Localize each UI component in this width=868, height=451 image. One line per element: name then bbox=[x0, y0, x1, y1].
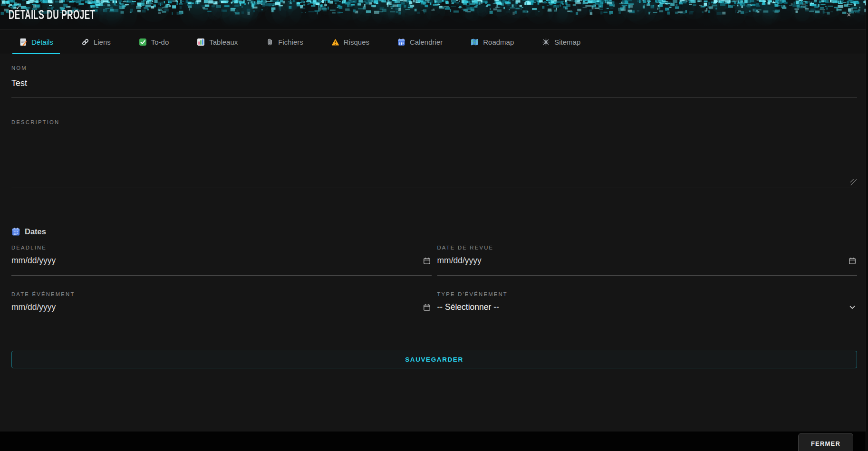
close-icon[interactable]: × bbox=[847, 11, 851, 18]
tab-fichiers[interactable]: Fichiers bbox=[263, 30, 306, 54]
tab-label: Sitemap bbox=[554, 38, 580, 46]
tab-label: Risques bbox=[344, 38, 369, 46]
tab-label: Tableaux bbox=[209, 38, 238, 46]
nom-field-group: NOM bbox=[11, 65, 857, 97]
page-title: DÉTAILS DU PROJET bbox=[9, 7, 95, 22]
web-icon bbox=[542, 38, 550, 46]
date-revue-input[interactable] bbox=[437, 256, 858, 276]
save-button[interactable]: SAUVEGARDER bbox=[11, 351, 857, 368]
tab-label: Détails bbox=[31, 38, 53, 46]
date-revue-label: DATE DE REVUE bbox=[437, 245, 858, 251]
tab-label: Roadmap bbox=[483, 38, 514, 46]
tab-calendrier[interactable]: Calendrier bbox=[395, 30, 445, 54]
calendar-icon bbox=[11, 227, 20, 236]
description-field-group: DESCRIPTION bbox=[11, 119, 857, 188]
map-icon bbox=[471, 38, 479, 46]
check-icon bbox=[139, 38, 147, 46]
type-evenement-label: TYPE D'ÉVÉNEMENT bbox=[437, 291, 858, 297]
memo-icon bbox=[19, 38, 27, 46]
date-evenement-field-group: DATE ÉVÉNEMENT bbox=[11, 291, 432, 322]
tab-tableaux[interactable]: Tableaux bbox=[194, 30, 241, 54]
tab-label: Calendrier bbox=[410, 38, 443, 46]
tab-todo[interactable]: To-do bbox=[136, 30, 172, 54]
type-evenement-field-group: TYPE D'ÉVÉNEMENT -- Sélectionner -- bbox=[437, 291, 858, 322]
date-evenement-input[interactable] bbox=[11, 302, 432, 322]
scrollbar[interactable] bbox=[866, 0, 868, 451]
calendar-icon bbox=[397, 38, 405, 46]
link-icon bbox=[81, 38, 89, 46]
dates-section-title: Dates bbox=[25, 227, 46, 236]
nom-input[interactable] bbox=[11, 78, 857, 97]
chevron-down-icon bbox=[849, 306, 855, 309]
warning-icon bbox=[331, 38, 339, 46]
dates-grid: DEADLINE DATE DE REVUE bbox=[11, 245, 857, 322]
date-evenement-label: DATE ÉVÉNEMENT bbox=[11, 291, 432, 297]
tab-risques[interactable]: Risques bbox=[328, 30, 372, 54]
modal-footer: FERMER bbox=[0, 432, 868, 451]
nom-label: NOM bbox=[11, 65, 857, 71]
tab-label: To-do bbox=[151, 38, 169, 46]
tabbar: Détails Liens To-do bbox=[0, 29, 868, 54]
tab-sitemap[interactable]: Sitemap bbox=[539, 30, 583, 54]
type-evenement-select[interactable]: -- Sélectionner -- bbox=[437, 302, 858, 322]
modal-header: DÉTAILS DU PROJET × bbox=[0, 0, 868, 29]
resize-grip[interactable] bbox=[850, 179, 857, 185]
dates-section-header: Dates bbox=[11, 227, 857, 236]
details-form: NOM DESCRIPTION Dates bbox=[0, 65, 868, 368]
deadline-input[interactable] bbox=[11, 256, 432, 276]
tab-label: Liens bbox=[94, 38, 111, 46]
deadline-field-group: DEADLINE bbox=[11, 245, 432, 276]
project-details-modal: DÉTAILS DU PROJET × Détails Liens bbox=[0, 0, 868, 368]
calendar-picker-icon[interactable] bbox=[423, 257, 431, 265]
tab-details[interactable]: Détails bbox=[16, 30, 56, 54]
grunge-texture bbox=[0, 0, 868, 29]
calendar-picker-icon[interactable] bbox=[423, 304, 431, 311]
tab-liens[interactable]: Liens bbox=[78, 30, 114, 54]
fermer-button[interactable]: FERMER bbox=[798, 433, 853, 451]
paperclip-icon bbox=[266, 38, 274, 46]
deadline-label: DEADLINE bbox=[11, 245, 432, 251]
tab-label: Fichiers bbox=[278, 38, 303, 46]
description-label: DESCRIPTION bbox=[11, 119, 857, 125]
date-revue-field-group: DATE DE REVUE bbox=[437, 245, 858, 276]
calendar-picker-icon[interactable] bbox=[849, 257, 856, 265]
tab-roadmap[interactable]: Roadmap bbox=[468, 30, 517, 54]
bar-chart-icon bbox=[197, 38, 205, 46]
description-textarea[interactable] bbox=[11, 128, 857, 188]
